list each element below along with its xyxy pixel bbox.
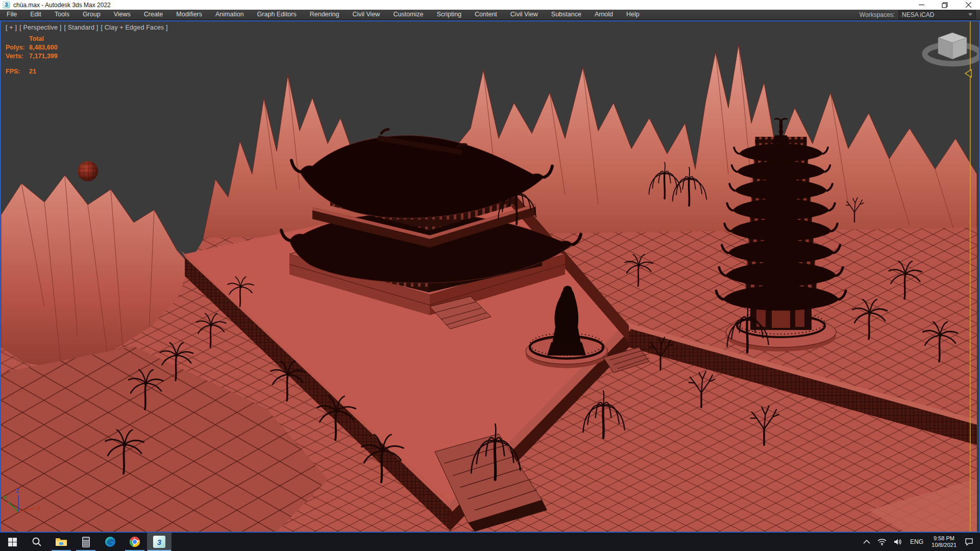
viewport-menu-pov[interactable]: [ Perspective ]: [19, 24, 61, 31]
3dsmax-taskbar-button[interactable]: 3: [147, 533, 172, 551]
restore-button[interactable]: [933, 0, 957, 10]
system-tray: ENG 9:58 PM 10/8/2021: [860, 533, 980, 551]
menu-scripting[interactable]: Scripting: [430, 10, 468, 19]
title-bar: 3 chùa.max - Autodesk 3ds Max 2022: [0, 0, 980, 10]
viewport-menu-general[interactable]: [ + ]: [6, 24, 17, 31]
menu-graph-editors[interactable]: Graph Editors: [251, 10, 303, 19]
menu-tools[interactable]: Tools: [48, 10, 76, 19]
menu-rendering[interactable]: Rendering: [303, 10, 346, 19]
workspaces-label: Workspaces:: [860, 11, 895, 18]
perspective-viewport[interactable]: X Y Z [ + ] [ Perspective ] [ Standard ]…: [0, 20, 980, 533]
file-explorer-button[interactable]: [49, 533, 74, 551]
menu-bar: File Edit Tools Group Views Create Modif…: [0, 10, 980, 20]
viewport-statistics: Total Polys: 8,483,600 Verts: 7,171,399 …: [6, 35, 58, 76]
action-center-button[interactable]: [961, 533, 977, 551]
close-button[interactable]: [957, 0, 980, 10]
axis-x-label: X: [37, 505, 41, 511]
wireframe-sphere: [78, 161, 98, 181]
clock-time: 9:58 PM: [932, 535, 957, 542]
menu-views[interactable]: Views: [107, 10, 137, 19]
calculator-icon: [82, 537, 90, 547]
minimize-button[interactable]: [910, 0, 933, 10]
minimize-icon: [919, 2, 924, 8]
chevron-up-icon: [863, 540, 870, 544]
stats-fps-label: FPS:: [6, 67, 29, 76]
menu-content[interactable]: Content: [468, 10, 504, 19]
menu-help[interactable]: Help: [620, 10, 646, 19]
viewport-menu-renderer[interactable]: [ Standard ]: [64, 24, 98, 31]
stats-verts-label: Verts:: [6, 52, 29, 61]
menu-civil-view-2[interactable]: Civil View: [504, 10, 545, 19]
language-indicator[interactable]: ENG: [906, 533, 927, 551]
stats-polys-value: 8,483,600: [29, 43, 58, 52]
scene-3d-render: X Y Z: [1, 21, 979, 532]
chevron-down-icon: [968, 13, 972, 16]
workspace-value: NESA iCAD: [902, 11, 934, 18]
menu-customize[interactable]: Customize: [386, 10, 430, 19]
chrome-button[interactable]: [122, 533, 147, 551]
workspace-dropdown[interactable]: NESA iCAD: [898, 10, 976, 19]
wifi-icon: [877, 538, 887, 545]
viewport-label: [ + ] [ Perspective ] [ Standard ] [ Cla…: [6, 24, 168, 31]
menu-file[interactable]: File: [0, 10, 23, 19]
wifi-button[interactable]: [874, 533, 890, 551]
action-center-icon: [965, 538, 973, 546]
stats-fps-value: 21: [29, 67, 36, 76]
volume-button[interactable]: [890, 533, 906, 551]
search-button[interactable]: [24, 533, 49, 551]
axis-z-label: Z: [16, 488, 19, 494]
start-button[interactable]: [0, 533, 24, 551]
speaker-icon: [894, 538, 903, 545]
restore-icon: [942, 2, 948, 8]
hidden-icons-button[interactable]: [860, 533, 874, 551]
close-icon: [966, 2, 971, 8]
edge-button[interactable]: [98, 533, 122, 551]
axis-y-label: Y: [3, 495, 7, 501]
edge-icon: [105, 536, 116, 547]
stats-total-header: Total: [29, 35, 58, 43]
viewport-menu-shading[interactable]: [ Clay + Edged Faces ]: [101, 24, 167, 31]
windows-taskbar: 3 ENG 9:58 PM 10/8/2021: [0, 533, 980, 551]
calculator-button[interactable]: [74, 533, 98, 551]
app-icon-3dsmax: 3: [3, 1, 10, 9]
stats-polys-label: Polys:: [6, 43, 29, 52]
windows-logo-icon: [8, 538, 17, 546]
menu-substance[interactable]: Substance: [545, 10, 588, 19]
window-controls: [910, 0, 980, 10]
3dsmax-icon: 3: [153, 536, 165, 548]
menu-create[interactable]: Create: [137, 10, 170, 19]
menu-arnold[interactable]: Arnold: [588, 10, 620, 19]
window-title: chùa.max - Autodesk 3ds Max 2022: [13, 2, 111, 9]
file-explorer-icon: [55, 537, 67, 547]
clock-date: 10/8/2021: [932, 542, 957, 548]
search-icon: [32, 537, 42, 547]
stats-verts-value: 7,171,399: [29, 52, 58, 61]
menu-group[interactable]: Group: [76, 10, 107, 19]
chrome-icon: [129, 536, 140, 547]
menu-edit[interactable]: Edit: [23, 10, 48, 19]
menu-animation[interactable]: Animation: [209, 10, 251, 19]
menu-modifiers[interactable]: Modifiers: [169, 10, 209, 19]
clock[interactable]: 9:58 PM 10/8/2021: [927, 535, 961, 548]
menu-civil-view[interactable]: Civil View: [346, 10, 386, 19]
